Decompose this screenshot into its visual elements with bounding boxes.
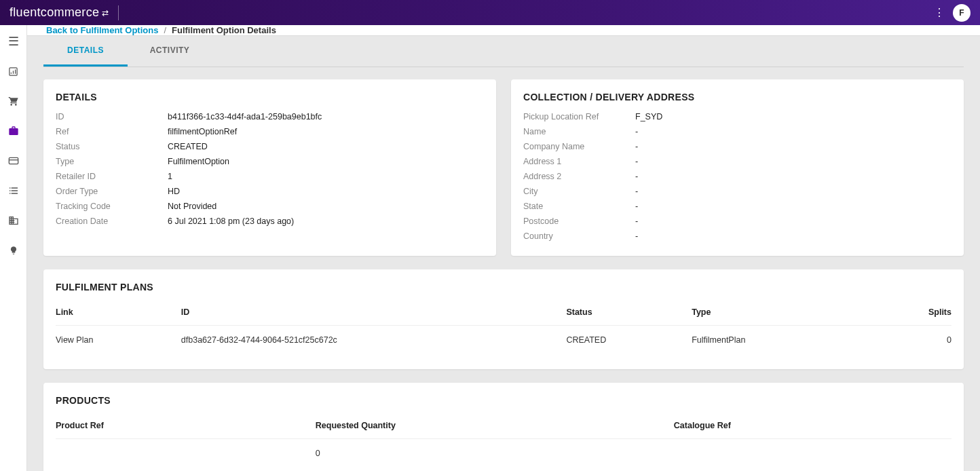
svg-rect-1: [9, 157, 18, 164]
brand: fluentcommerce ⇄: [10, 5, 119, 20]
address-card: COLLECTION / DELIVERY ADDRESS Pickup Loc…: [511, 79, 964, 256]
card-icon[interactable]: [5, 153, 22, 169]
plans-col-id: ID: [181, 302, 567, 326]
details-row-label: Type: [56, 157, 168, 166]
plans-card: FULFILMENT PLANS Link ID Status Type Spl…: [43, 269, 964, 369]
content-area: DETAILS ACTIVITY DETAILS IDb411f366-1c33…: [27, 36, 980, 471]
header-right: ⋮ F: [934, 4, 970, 22]
avatar[interactable]: F: [953, 4, 970, 22]
plan-status-cell: CREATED: [566, 326, 692, 355]
top-header: fluentcommerce ⇄ ⋮ F: [0, 0, 980, 25]
details-row-value: CREATED: [168, 142, 484, 151]
address-row-label: Name: [523, 127, 635, 136]
details-row-label: Retailer ID: [56, 172, 168, 181]
address-row-label: Postcode: [523, 216, 635, 226]
breadcrumb: Back to Fulfilment Options / Fulfilment …: [27, 25, 980, 36]
address-row-value: -: [635, 231, 951, 241]
address-row-value: -: [635, 216, 951, 226]
plan-id-cell: dfb3a627-6d32-4744-9064-521cf25c672c: [181, 326, 567, 355]
details-row-label: Order Type: [56, 187, 168, 196]
address-row-label: Company Name: [523, 142, 635, 151]
details-row-value: HD: [168, 187, 484, 196]
address-row-value: -: [635, 187, 951, 196]
product-ref-cell: [56, 439, 316, 468]
products-col-ref: Product Ref: [56, 415, 316, 439]
main: Back to Fulfilment Options / Fulfilment …: [27, 25, 980, 471]
lightbulb-icon[interactable]: [5, 242, 22, 259]
details-row-label: Creation Date: [56, 216, 168, 226]
details-card: DETAILS IDb411f366-1c33-4d4f-ada1-259ba9…: [43, 79, 496, 256]
address-row-value: -: [635, 142, 951, 151]
table-row: View Plandfb3a627-6d32-4744-9064-521cf25…: [56, 326, 951, 355]
plans-col-status: Status: [566, 302, 692, 326]
details-row-label: Tracking Code: [56, 202, 168, 211]
brand-logo-icon: ⇄: [102, 8, 107, 18]
tab-activity[interactable]: ACTIVITY: [128, 36, 212, 67]
dashboard-icon[interactable]: [5, 63, 22, 79]
cart-icon[interactable]: [5, 93, 22, 109]
breadcrumb-current: Fulfilment Option Details: [172, 25, 276, 35]
details-row-value: 1: [168, 172, 484, 181]
product-cat-cell: [674, 439, 951, 468]
side-rail: ☰: [0, 25, 27, 471]
briefcase-icon[interactable]: [5, 123, 22, 139]
plans-table: Link ID Status Type Splits View Plandfb3…: [56, 302, 951, 354]
plan-splits-cell: 0: [862, 326, 951, 355]
address-row-label: Address 2: [523, 172, 635, 181]
hamburger-icon[interactable]: ☰: [5, 33, 22, 50]
plans-card-title: FULFILMENT PLANS: [56, 282, 951, 293]
address-row-label: State: [523, 202, 635, 211]
view-plan-link[interactable]: View Plan: [56, 326, 181, 355]
plans-col-splits: Splits: [862, 302, 951, 326]
details-row-value: 6 Jul 2021 1:08 pm (23 days ago): [168, 216, 484, 226]
details-row-value: Not Provided: [168, 202, 484, 211]
details-row-value: filfilmentOptionRef: [168, 127, 484, 136]
product-qty-cell: 0: [316, 439, 674, 468]
tabs: DETAILS ACTIVITY: [43, 36, 964, 67]
table-row: 0: [56, 439, 951, 468]
address-row-label: Address 1: [523, 157, 635, 166]
details-row-label: ID: [56, 112, 168, 121]
products-card: PRODUCTS Product Ref Requested Quantity …: [43, 383, 964, 471]
address-row-value: F_SYD: [635, 112, 951, 121]
details-row-value: b411f366-1c33-4d4f-ada1-259ba9eb1bfc: [168, 112, 484, 121]
products-col-qty: Requested Quantity: [316, 415, 674, 439]
list-icon[interactable]: [5, 183, 22, 199]
details-row-label: Ref: [56, 127, 168, 136]
details-row-label: Status: [56, 142, 168, 151]
details-row-value: FulfilmentOption: [168, 157, 484, 166]
address-row-label: Country: [523, 231, 635, 241]
address-card-title: COLLECTION / DELIVERY ADDRESS: [523, 92, 951, 102]
address-row-label: City: [523, 187, 635, 196]
tab-details[interactable]: DETAILS: [43, 36, 128, 67]
address-row-value: -: [635, 157, 951, 166]
products-card-title: PRODUCTS: [56, 395, 951, 406]
plans-col-link: Link: [56, 302, 181, 326]
products-table: Product Ref Requested Quantity Catalogue…: [56, 415, 951, 468]
address-row-value: -: [635, 202, 951, 211]
brand-divider: [118, 5, 119, 20]
address-row-value: -: [635, 127, 951, 136]
address-row-value: -: [635, 172, 951, 181]
breadcrumb-separator: /: [164, 25, 166, 35]
avatar-initial: F: [959, 8, 964, 18]
products-col-cat: Catalogue Ref: [674, 415, 951, 439]
plans-col-type: Type: [692, 302, 862, 326]
kebab-menu-icon[interactable]: ⋮: [934, 6, 945, 19]
plan-type-cell: FulfilmentPlan: [692, 326, 862, 355]
breadcrumb-back-link[interactable]: Back to Fulfilment Options: [46, 25, 158, 35]
address-row-label: Pickup Location Ref: [523, 112, 635, 121]
building-icon[interactable]: [5, 212, 22, 229]
details-card-title: DETAILS: [56, 92, 484, 102]
brand-text: fluentcommerce: [10, 5, 99, 20]
